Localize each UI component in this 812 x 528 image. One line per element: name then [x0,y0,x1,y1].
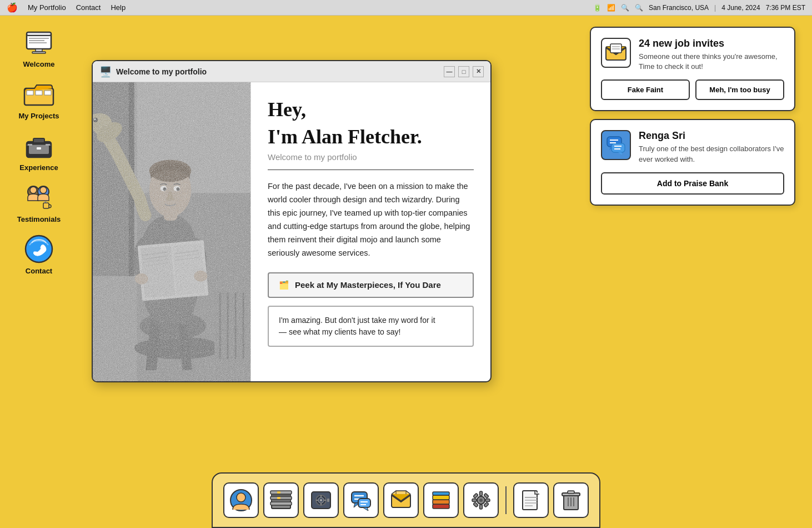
testimonial-text: Renga Sri Truly one of the best design c… [639,130,784,164]
sidebar-label-projects: My Projects [19,112,59,120]
dock-layers[interactable] [423,482,459,518]
dock-files[interactable] [263,482,299,518]
menubar-help[interactable]: Help [111,3,126,12]
window-minimize[interactable]: — [444,66,455,77]
meh-button[interactable]: Meh, I'm too busy [695,79,784,100]
dock-gear[interactable] [463,482,499,518]
svg-rect-93 [358,499,370,507]
svg-point-104 [479,499,483,502]
window-title: Welcome to my portfolio [116,67,439,76]
sidebar-item-experience[interactable]: Experience [8,130,69,172]
content-heading: Hey, I'm Alan Fletcher. [268,98,474,152]
svg-rect-3 [29,40,44,41]
window-titlebar: 🖥️ Welcome to my portfolio — □ ✕ [93,61,490,82]
svg-rect-59 [93,82,250,381]
add-to-praise-bank-button[interactable]: Add to Praise Bank [601,172,784,195]
job-invites-header: 24 new job invites Someone out there thi… [601,38,784,72]
dock-divider [505,486,507,514]
testimonial-body: Truly one of the best design collaborato… [639,144,784,164]
sidebar-label-testimonials: Testimonials [17,215,61,223]
window-icon: 🖥️ [99,66,112,78]
svg-rect-89 [327,499,329,502]
welcome-icon [23,27,54,58]
apple-menu[interactable]: 🍎 [7,2,18,13]
svg-rect-13 [33,138,44,143]
window-photo [93,82,251,381]
menubar-location: San Francisco, USA [649,4,709,12]
testimonials-icon [23,182,54,213]
svg-rect-10 [44,91,51,95]
sidebar-label-welcome: Welcome [23,60,55,68]
menubar-battery: 🔋 [593,4,602,12]
svg-rect-105 [480,491,483,496]
sidebar-item-contact[interactable]: Contact [8,233,69,275]
notification-area: 24 new job invites Someone out there thi… [590,27,795,206]
svg-rect-22 [43,203,49,208]
svg-rect-6 [32,52,46,53]
svg-point-71 [237,493,245,502]
testimonial-header: Renga Sri Truly one of the best design c… [601,130,784,164]
experience-icon [23,130,54,161]
svg-rect-4 [29,42,47,43]
svg-rect-61 [610,44,621,53]
svg-rect-108 [485,499,490,502]
main-window: 🖥️ Welcome to my portfolio — □ ✕ [92,60,492,382]
menubar-divider1: | [714,4,716,12]
window-close[interactable]: ✕ [473,66,484,77]
contact-icon [23,233,54,265]
dock-chat[interactable] [343,482,379,518]
desktop: Welcome My Projects [0,16,812,528]
clients-line1: I'm amazing. But don't just take my word… [279,316,435,325]
testimonial-chat-icon [601,130,631,160]
svg-rect-99 [433,504,449,509]
svg-rect-79 [277,491,280,494]
dock-person[interactable] [223,482,259,518]
menubar-wifi: 📶 [607,4,615,12]
dock-doc[interactable] [513,482,549,518]
job-invites-subtitle: Someone out there thinks you're awesome,… [639,52,784,72]
sidebar-item-welcome[interactable]: Welcome [8,27,69,68]
svg-point-19 [30,187,37,193]
menubar: 🍎 My Portfolio Contact Help 🔋 📶 🔍 🔍 San … [0,0,812,16]
svg-rect-9 [36,91,42,95]
window-controls: — □ ✕ [444,66,484,77]
svg-rect-78 [270,502,292,505]
sidebar-label-contact: Contact [26,267,52,275]
svg-point-84 [320,499,322,501]
job-invites-icon [601,38,631,68]
sidebar-label-experience: Experience [19,163,58,172]
menubar-portfolio[interactable]: My Portfolio [28,3,66,12]
window-content: Hey, I'm Alan Fletcher. Welcome to my po… [251,82,490,381]
briefcase-emoji: 🗂️ [279,280,289,290]
projects-icon [23,78,54,109]
svg-rect-76 [270,491,292,494]
job-invites-buttons: Fake Faint Meh, I'm too busy [601,79,784,100]
dock [212,472,600,528]
svg-rect-8 [27,91,33,95]
dock-vault[interactable] [303,482,339,518]
sidebar-item-projects[interactable]: My Projects [8,78,69,120]
svg-rect-65 [611,143,625,152]
svg-rect-16 [28,144,32,146]
svg-rect-101 [433,495,449,500]
sidebar: Welcome My Projects [0,16,78,528]
content-divider [268,170,474,170]
menubar-time: 7:36 PM EST [766,4,805,12]
job-invites-card: 24 new job invites Someone out there thi… [590,27,795,111]
dock-mail[interactable] [383,482,419,518]
window-maximize[interactable]: □ [458,66,469,77]
menubar-search-icon[interactable]: 🔍 [635,4,643,12]
job-invites-text: 24 new job invites Someone out there thi… [639,38,784,72]
svg-rect-1 [27,32,51,36]
content-subheading: Welcome to my portfolio [268,152,474,162]
clients-button[interactable]: I'm amazing. But don't just take my word… [268,306,474,347]
testimonial-person-name: Renga Sri [639,130,784,142]
content-body: For the past decade, I've been on a miss… [268,180,474,260]
dock-trash[interactable] [553,482,589,518]
sidebar-item-testimonials[interactable]: Testimonials [8,182,69,223]
menubar-contact[interactable]: Contact [76,3,101,12]
masterpieces-button[interactable]: 🗂️ Peek at My Masterpieces, If You Dare [268,272,474,298]
svg-rect-80 [277,497,280,499]
fake-faint-button[interactable]: Fake Faint [601,79,690,100]
menubar-extra: 🔍 [621,4,629,12]
